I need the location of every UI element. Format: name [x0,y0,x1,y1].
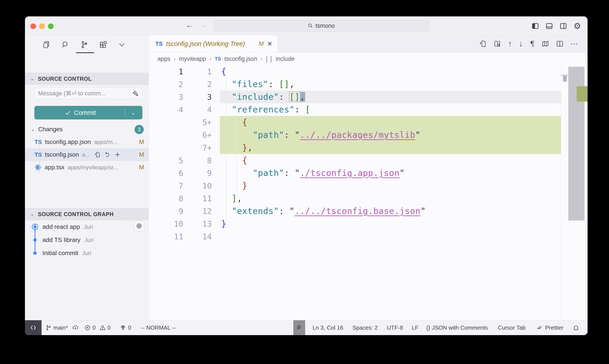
code-line[interactable]: 44 "references": [ [149,103,588,116]
language-mode-item[interactable]: {} JSON with Comments [426,325,488,331]
changes-section-header[interactable]: ⌄ Changes 3 [25,123,149,136]
code-line[interactable]: 912 "extends": "../../tsconfig.base.json… [149,205,588,217]
forward-arrow-icon[interactable]: → [199,21,207,29]
commit-row[interactable]: add react appJuri [25,220,149,234]
discard-changes-icon[interactable] [104,152,110,158]
breadcrumb-item-tsconfig[interactable]: tsconfig.json [224,56,257,62]
code-line[interactable]: 811 ], [149,192,588,205]
minimize-window-button[interactable] [39,23,45,29]
problems-status-item[interactable]: 0 0 [84,325,110,331]
scm-change-row[interactable]: TStsconfig.app.jsonapps/m...M [25,136,149,148]
original-line-number: 2 [149,80,183,89]
tree-indent-guide [39,136,40,174]
commit-dot-icon [31,250,39,257]
encoding-item[interactable]: UTF-8 [387,325,403,331]
code-text: { [220,154,561,167]
row-actions [94,152,120,158]
code-line[interactable]: 33 "include": [], [149,91,588,103]
commit-button[interactable]: Commit ⌄ [34,106,143,119]
stage-changes-plus-icon[interactable] [114,152,120,158]
explorer-icon[interactable] [42,40,51,49]
toggle-primary-sidebar-icon[interactable] [531,22,539,30]
commit-message-input[interactable]: Message (⌘⏎ to comm... [34,87,143,99]
activity-bar [25,35,149,54]
scm-change-row[interactable]: app.tsxapps/myviteapp/sr...M [25,161,149,174]
breadcrumb: apps › myviteapp › TS tsconfig.json › [ … [149,52,588,65]
close-window-button[interactable] [30,23,36,29]
commit-head-dot-icon [31,223,39,230]
code-line[interactable]: 710 } [149,179,588,192]
branch-status-item[interactable]: main* [46,325,68,331]
close-tab-icon[interactable]: ✕ [267,40,272,48]
file-name: tsconfig.json [45,151,79,158]
back-arrow-icon[interactable]: ← [186,21,193,29]
toggle-secondary-sidebar-icon[interactable] [559,22,567,30]
indentation-item[interactable]: Spaces: 2 [352,325,378,331]
source-control-graph-section-header[interactable]: ⌄ SOURCE CONTROL GRAPH [25,208,149,220]
split-editor-icon[interactable] [556,40,563,48]
source-control-section-header[interactable]: ⌄ SOURCE CONTROL [25,73,149,85]
eol-item[interactable]: LF [412,325,418,331]
commit-dropdown-button[interactable]: ⌄ [125,110,141,116]
original-line-number: 5 [149,156,183,165]
typescript-file-icon: TS [155,40,163,47]
open-changes-icon[interactable] [479,40,487,48]
modified-line-number: 10 [183,181,212,190]
modified-line-number: 6+ [183,130,212,140]
breadcrumb-item-apps[interactable]: apps [157,56,170,62]
formatter-item[interactable]: ✓✓ Prettier [537,325,563,331]
code-line[interactable]: 11{ [149,65,588,78]
commit-row[interactable]: add TS libraryJuri [25,234,149,247]
cursor-tab-item[interactable]: Cursor Tab [498,325,526,331]
code-line[interactable]: 5+ { [149,116,588,129]
whitespace-pilcrow-icon[interactable]: ¶ [530,39,535,48]
original-line-number: 6 [149,169,183,178]
overview-selection-marker [563,76,567,82]
more-views-chevron-icon[interactable] [117,40,127,49]
code-line[interactable]: 22 "files": [], [149,78,588,91]
tab-tsconfig-json[interactable]: TS tsconfig.json (Working Tree) M ✕ [149,35,278,52]
remote-indicator-button[interactable] [25,320,41,335]
code-line[interactable]: 1013} [149,217,588,230]
code-lines: 11{22 "files": [],33 "include": [],44 "r… [149,65,588,243]
commit-author: Juri [82,250,91,257]
sparkle-ai-icon[interactable] [132,90,139,97]
code-line[interactable]: 1114 [149,230,588,243]
notifications-bell-button[interactable] [573,325,579,331]
overview-ruler-border [561,65,561,320]
toggle-panel-icon[interactable] [545,22,553,30]
breadcrumb-item-include[interactable]: include [276,56,294,62]
code-line[interactable]: 7+ }, [149,141,588,154]
previous-change-arrow-icon[interactable]: ↑ [508,39,512,48]
scm-change-row[interactable]: TStsconfig.jsona...M [25,148,149,161]
commit-graph-list: add react appJuriadd TS libraryJuriIniti… [25,220,149,260]
sync-changes-button[interactable] [72,325,79,331]
map-icon[interactable] [542,40,549,48]
inline-view-toggle-icon[interactable] [493,40,501,48]
zoom-indicator-button[interactable] [293,320,305,335]
next-change-arrow-icon[interactable]: ↓ [519,39,523,48]
double-check-icon: ✓✓ [537,325,540,331]
open-file-icon[interactable] [94,152,100,158]
error-count: 0 [92,325,95,331]
maximize-window-button[interactable] [48,23,54,29]
original-line-number: 3 [149,92,183,102]
breadcrumb-item-myviteapp[interactable]: myviteapp [179,56,206,62]
commit-row[interactable]: Initial commitJuri [25,247,149,260]
cursor-position-item[interactable]: Ln 3, Col 16 [312,325,343,331]
modified-line-number: 8 [183,156,212,165]
code-line[interactable]: 6+ "path": "../../packages/mytslib" [149,129,588,141]
code-line[interactable]: 69 "path": "./tsconfig.app.json" [149,167,588,179]
more-actions-ellipsis-icon[interactable]: ⋯ [570,39,578,48]
search-view-icon[interactable] [61,40,70,49]
ports-status-item[interactable]: 0 [120,325,131,331]
commit-author: Juri [84,223,93,230]
code-line[interactable]: 58 { [149,154,588,167]
command-center-search[interactable]: tsmono [213,20,429,32]
source-control-view-icon[interactable] [80,40,89,49]
code-text: "extends": "../../tsconfig.base.json" [220,205,561,217]
settings-gear-icon[interactable]: ⚙ [574,21,581,31]
goto-current-history-item-button[interactable] [134,221,144,231]
extensions-icon[interactable] [98,40,108,49]
diff-editor[interactable]: 11{22 "files": [],33 "include": [],44 "r… [149,65,588,320]
